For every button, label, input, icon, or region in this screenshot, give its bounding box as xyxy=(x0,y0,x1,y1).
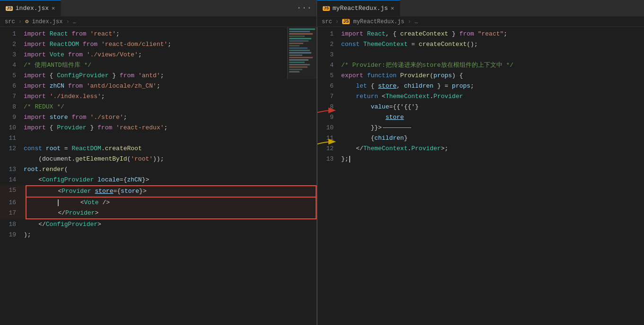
line-1-right: 1 import React, { createContext } from "… xyxy=(318,29,644,39)
line-10-right: 10 }}> xyxy=(318,123,644,133)
left-code-panel[interactable]: 1 import React from 'react'; 2 import Re… xyxy=(0,27,317,325)
line-12b-left: (document.getElementById('root')); xyxy=(0,154,317,164)
line-7-left: 7 import './index.less'; xyxy=(0,91,317,102)
tab-left-label: index.jsx xyxy=(16,5,49,12)
line-16-left: 16 <Vote /> xyxy=(0,198,317,208)
line-6-left: 6 import zhCN from 'antd/locale/zh_CN'; xyxy=(0,81,317,91)
code-panels: 1 import React from 'react'; 2 import Re… xyxy=(0,27,644,325)
line-1-left: 1 import React from 'react'; xyxy=(0,29,317,39)
line-10-left: 10 import { Provider } from 'react-redux… xyxy=(0,123,317,133)
line-12-right: 12 </ThemeContext.Provider>; xyxy=(318,144,644,154)
line-8-right: 8 value={{'{{'} xyxy=(318,102,644,112)
line-2-left: 2 import ReactDOM from 'react-dom/client… xyxy=(0,39,317,50)
minimap-left xyxy=(287,27,317,79)
breadcrumb-left: src › ⚙ index.jsx › … xyxy=(0,17,317,27)
tab-index-jsx[interactable]: JS index.jsx ✕ xyxy=(0,0,61,16)
line-9-left: 9 import store from './store'; xyxy=(0,112,317,123)
line-12-left: 12 const root = ReactDOM.createRoot xyxy=(0,144,317,154)
line-19-left: 19 ); xyxy=(0,230,317,240)
line-2-right: 2 const ThemeContext = createContext(); xyxy=(318,39,644,50)
tab-my-react-redux[interactable]: JS myReactRedux.js ✕ xyxy=(317,0,400,16)
breadcrumb-right: src › JS myReactRedux.js › … xyxy=(317,17,644,27)
line-5-right: 5 export function Provider(props) { xyxy=(318,71,644,81)
line-13-left: 13 root.render( xyxy=(0,164,317,175)
line-11-right: 11 {children} xyxy=(318,133,644,144)
line-11-left: 11 xyxy=(0,133,317,144)
line-13-right: 13 }; xyxy=(318,154,644,164)
line-3-right: 3 xyxy=(318,50,644,60)
line-9-right: 9 store xyxy=(318,112,644,123)
editor-container: JS index.jsx ✕ ··· JS myReactRedux.js ✕ … xyxy=(0,0,644,325)
line-4-left: 4 /* 使用ANTD组件库 */ xyxy=(0,60,317,71)
line-7-right: 7 return <ThemeContext.Provider xyxy=(318,91,644,102)
line-18-left: 18 </ConfigProvider> xyxy=(0,219,317,230)
line-15-left: 15 <Provider store={store}> xyxy=(0,185,317,198)
more-dots-left: ··· xyxy=(297,3,312,13)
line-17-left: 17 </Provider> xyxy=(0,208,317,219)
right-code-panel[interactable]: 1 import React, { createContext } from "… xyxy=(318,27,644,325)
line-5-left: 5 import { ConfigProvider } from 'antd'; xyxy=(0,71,317,81)
line-6-right: 6 let { store, children } = props; xyxy=(318,81,644,91)
close-tab-left[interactable]: ✕ xyxy=(52,5,55,12)
close-tab-right[interactable]: ✕ xyxy=(391,5,394,12)
tab-right-label: myReactRedux.js xyxy=(333,5,388,12)
line-3-left: 3 import Vote from './views/Vote'; xyxy=(0,50,317,60)
js-file-icon-right: JS xyxy=(323,6,330,11)
line-8-left: 8 /* REDUX */ xyxy=(0,102,317,112)
line-4-right: 4 /* Provider:把传递进来的store放在根组件的上下文中 */ xyxy=(318,60,644,71)
js-file-icon: JS xyxy=(6,6,13,11)
more-tabs-left[interactable]: ··· xyxy=(292,0,317,16)
line-14-left: 14 <ConfigProvider locale={zhCN}> xyxy=(0,175,317,185)
